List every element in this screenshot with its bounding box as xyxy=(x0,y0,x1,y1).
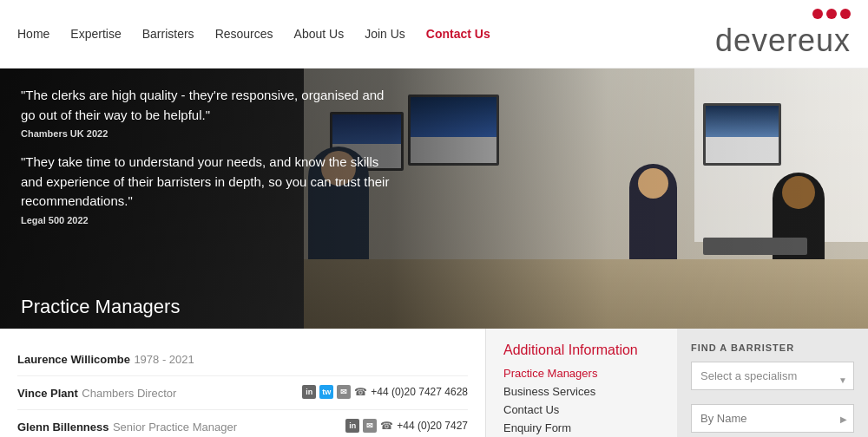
linkedin-icon-2[interactable]: in xyxy=(302,385,316,399)
staff-right-2: in tw ✉ ☎ +44 (0)20 7427 4628 xyxy=(302,385,468,399)
additional-link-3[interactable]: Enquiry Form xyxy=(503,421,660,434)
staff-entry-1: Laurence Willicombe 1978 - 2021 xyxy=(17,342,468,376)
phone-3: +44 (0)20 7427 xyxy=(397,420,468,432)
staff-list: Laurence Willicombe 1978 - 2021 Vince Pl… xyxy=(0,329,486,437)
staff-entry-3: Glenn Billenness Senior Practice Manager… xyxy=(17,410,468,437)
specialism-select[interactable]: Select a specialism xyxy=(691,362,854,390)
email-icon-2[interactable]: ✉ xyxy=(337,385,351,399)
staff-name-dates-1: Laurence Willicombe 1978 - 2021 xyxy=(17,351,194,367)
linkedin-icon-3[interactable]: in xyxy=(345,419,359,433)
twitter-icon-2[interactable]: tw xyxy=(319,385,333,399)
nav-about-us[interactable]: About Us xyxy=(294,27,345,41)
hero-quote-1: "The clerks are high quality - they're r… xyxy=(21,86,396,125)
staff-right-3: in ✉ ☎ +44 (0)20 7427 xyxy=(345,419,468,433)
logo-text[interactable]: devereux xyxy=(715,23,851,59)
email-icon-3[interactable]: ✉ xyxy=(363,419,377,433)
hero-source-1: Chambers UK 2022 xyxy=(21,128,396,139)
additional-link-2[interactable]: Contact Us xyxy=(503,403,660,416)
hero-content: "The clerks are high quality - they're r… xyxy=(0,68,417,243)
social-icons-3: in ✉ ☎ +44 (0)20 7427 xyxy=(345,419,468,433)
phone-icon-3: ☎ xyxy=(380,420,393,432)
additional-link-0[interactable]: Practice Managers xyxy=(503,367,660,380)
additional-info-panel: Additional Information Practice Managers… xyxy=(486,329,677,437)
logo-area: devereux xyxy=(715,9,851,59)
nav-expertise[interactable]: Expertise xyxy=(70,27,121,41)
staff-left-3: Glenn Billenness Senior Practice Manager xyxy=(17,419,237,434)
logo-icon xyxy=(812,9,851,19)
staff-row-2: Vince Plant Chambers Director in tw ✉ ☎ … xyxy=(17,385,468,401)
find-barrister-panel: FIND A BARRISTER Select a specialism xyxy=(677,329,868,437)
staff-dates-1b: 1978 - 2021 xyxy=(134,353,194,366)
main-content: Laurence Willicombe 1978 - 2021 Vince Pl… xyxy=(0,329,868,437)
staff-name-1: Laurence Willicombe xyxy=(17,353,130,366)
nav-home[interactable]: Home xyxy=(17,27,49,41)
hero-title: Practice Managers xyxy=(21,296,180,318)
staff-entry-2: Vince Plant Chambers Director in tw ✉ ☎ … xyxy=(17,376,468,410)
staff-role-2b: Chambers Director xyxy=(82,387,176,400)
hero-section: "The clerks are high quality - they're r… xyxy=(0,68,868,329)
logo-dot-3 xyxy=(840,9,851,19)
name-input-wrapper xyxy=(691,404,854,433)
site-header: Home Expertise Barristers Resources Abou… xyxy=(0,0,868,68)
phone-2: +44 (0)20 7427 4628 xyxy=(371,386,468,398)
name-input[interactable] xyxy=(691,404,854,433)
staff-left-2: Vince Plant Chambers Director xyxy=(17,385,176,401)
additional-info-title: Additional Information xyxy=(503,342,660,358)
social-icons-2: in tw ✉ ☎ +44 (0)20 7427 4628 xyxy=(302,385,468,399)
main-nav: Home Expertise Barristers Resources Abou… xyxy=(17,27,490,41)
find-barrister-title: FIND A BARRISTER xyxy=(691,342,854,353)
nav-join-us[interactable]: Join Us xyxy=(365,27,405,41)
nav-resources[interactable]: Resources xyxy=(215,27,273,41)
hero-source-2: Legal 500 2022 xyxy=(21,215,396,225)
logo-dot-2 xyxy=(826,9,837,19)
staff-row-1: Laurence Willicombe 1978 - 2021 xyxy=(17,351,468,367)
staff-role-3b: Senior Practice Manager xyxy=(113,421,237,434)
nav-barristers[interactable]: Barristers xyxy=(142,27,194,41)
staff-name-3: Glenn Billenness xyxy=(17,421,108,434)
additional-link-1[interactable]: Business Services xyxy=(503,385,660,398)
phone-icon-2: ☎ xyxy=(354,386,367,398)
specialism-select-wrapper: Select a specialism xyxy=(691,362,854,397)
nav-contact-us[interactable]: Contact Us xyxy=(426,27,490,41)
hero-quote-2: "They take time to understand your needs… xyxy=(21,153,396,212)
logo-dot-1 xyxy=(812,9,823,19)
staff-name-2: Vince Plant xyxy=(17,387,78,400)
staff-row-3: Glenn Billenness Senior Practice Manager… xyxy=(17,419,468,434)
